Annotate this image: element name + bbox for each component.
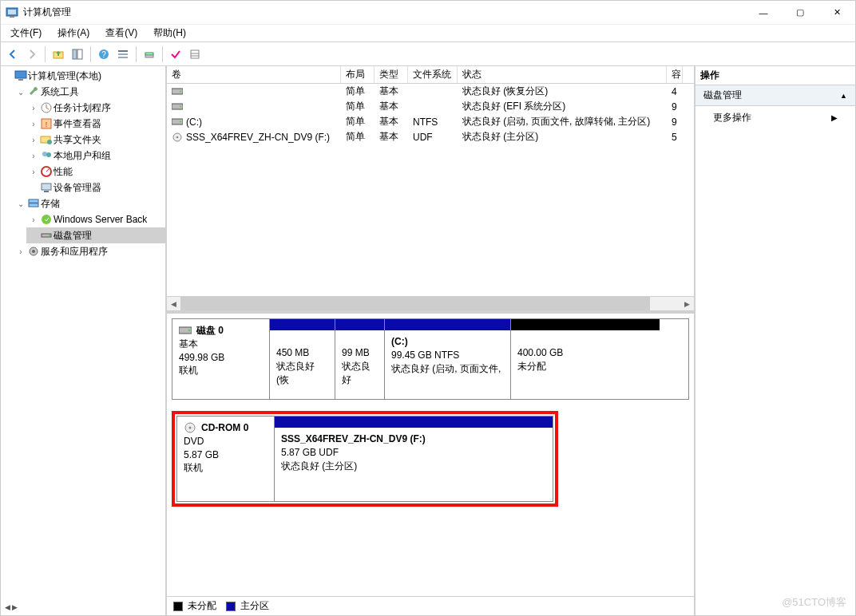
disk-0-state: 联机 <box>179 364 263 377</box>
horizontal-scrollbar[interactable]: ◀ ▶ <box>167 296 694 310</box>
list-settings-button[interactable] <box>186 45 204 63</box>
details-view-button[interactable] <box>114 45 132 63</box>
partition-stripe <box>511 319 660 330</box>
scroll-left-arrow[interactable]: ◀ <box>167 297 180 310</box>
actions-section-label: 磁盘管理 <box>703 89 742 102</box>
volume-row[interactable]: SSS_X64FREV_ZH-CN_DV9 (F:)简单基本UDF状态良好 (主… <box>167 129 694 144</box>
menu-view[interactable]: 查看(V) <box>99 25 144 41</box>
chevron-down-icon[interactable]: ⌄ <box>15 88 26 97</box>
maximize-button[interactable]: ▢ <box>782 1 818 24</box>
backup-icon <box>39 213 54 226</box>
tree-shared-folders[interactable]: ›共享文件夹 <box>26 132 165 148</box>
svg-point-36 <box>180 90 181 92</box>
svg-point-34 <box>32 250 35 253</box>
disk-partition[interactable]: (C:)99.45 GB NTFS状态良好 (启动, 页面文件, <box>385 319 511 399</box>
collapse-arrow-up-icon[interactable]: ▲ <box>840 92 847 100</box>
svg-point-42 <box>176 136 179 138</box>
scroll-right-arrow[interactable]: ▶ <box>680 297 694 310</box>
volume-row[interactable]: 简单基本状态良好 (EFI 系统分区)9 <box>167 99 694 114</box>
chevron-right-icon[interactable]: › <box>28 215 39 224</box>
tree-services-apps[interactable]: ›服务和应用程序 <box>14 243 165 259</box>
partition-stripe <box>275 417 553 428</box>
chevron-right-icon[interactable]: › <box>28 120 39 128</box>
menu-action[interactable]: 操作(A) <box>51 25 96 41</box>
navigation-tree[interactable]: 计算机管理(本地) ⌄ 系统工具 ›任务计划程序 ›!事件查看器 <box>1 66 167 615</box>
col-filesystem[interactable]: 文件系统 <box>408 66 458 83</box>
close-button[interactable]: ✕ <box>818 1 855 24</box>
svg-rect-29 <box>29 203 38 207</box>
minimize-button[interactable]: — <box>745 1 782 24</box>
tree-root[interactable]: 计算机管理(本地) <box>1 68 165 84</box>
disk-0-header[interactable]: 磁盘 0 基本 499.98 GB 联机 <box>172 319 270 399</box>
actions-more[interactable]: 更多操作 ▶ <box>696 106 855 129</box>
menu-help[interactable]: 帮助(H) <box>147 25 192 41</box>
disk-graphical-view[interactable]: 磁盘 0 基本 499.98 GB 联机 450 MB状态良好 (恢99 MB状… <box>167 314 694 596</box>
actions-panel: 操作 磁盘管理 ▲ 更多操作 ▶ <box>696 66 855 615</box>
properties-check-button[interactable] <box>167 45 184 63</box>
chevron-right-icon[interactable]: › <box>28 152 39 160</box>
disk-0-type: 基本 <box>179 338 263 351</box>
cdrom-0-partition[interactable]: SSS_X64FREV_ZH-CN_DV9 (F:) 5.87 GB UDF 状… <box>275 417 553 501</box>
tree-local-users[interactable]: ›本地用户和组 <box>26 148 165 164</box>
volume-list-header: 卷 布局 类型 文件系统 状态 容 <box>167 66 694 84</box>
chevron-right-icon[interactable]: › <box>28 104 39 113</box>
volume-row[interactable]: (C:)简单基本NTFS状态良好 (启动, 页面文件, 故障转储, 主分区)9 <box>167 114 694 129</box>
col-volume[interactable]: 卷 <box>167 66 341 83</box>
tree-performance[interactable]: ›性能 <box>26 164 165 180</box>
forward-button[interactable] <box>23 45 41 63</box>
actions-section-disk-mgmt[interactable]: 磁盘管理 ▲ <box>696 85 855 106</box>
cdrom-0-header[interactable]: CD-ROM 0 DVD 5.87 GB 联机 <box>177 417 275 501</box>
tree-disk-management[interactable]: 磁盘管理 <box>26 227 165 243</box>
tree-label: 共享文件夹 <box>54 133 101 147</box>
tree-system-tools[interactable]: ⌄ 系统工具 <box>14 84 165 100</box>
tree-task-scheduler[interactable]: ›任务计划程序 <box>26 100 165 116</box>
svg-rect-4 <box>73 49 77 59</box>
partition-stripe <box>335 319 384 330</box>
disk-partition[interactable]: 99 MB状态良好 <box>335 319 385 399</box>
disk-partition[interactable]: 450 MB状态良好 (恢 <box>270 319 335 399</box>
tree-windows-server-backup[interactable]: ›Windows Server Back <box>26 211 165 227</box>
scroll-thumb[interactable] <box>180 297 650 310</box>
tree-label: 磁盘管理 <box>54 229 92 243</box>
collapse-arrow-left-icon[interactable]: ◀ <box>5 603 10 611</box>
legend-primary: 主分区 <box>226 599 269 613</box>
volume-icon <box>172 88 183 96</box>
volume-list[interactable]: 卷 布局 类型 文件系统 状态 容 简单基本状态良好 (恢复分区)4简单基本状态… <box>167 66 694 314</box>
menu-file[interactable]: 文件(F) <box>4 25 48 41</box>
disk-partition[interactable]: 400.00 GB未分配 <box>511 319 660 399</box>
services-icon <box>26 245 41 258</box>
disk-0-block[interactable]: 磁盘 0 基本 499.98 GB 联机 450 MB状态良好 (恢99 MB状… <box>172 318 689 400</box>
volume-icon <box>172 118 183 126</box>
svg-point-44 <box>188 330 190 331</box>
tree-device-manager[interactable]: 设备管理器 <box>26 180 165 195</box>
tree-storage[interactable]: ⌄ 存储 <box>14 195 165 211</box>
show-hide-tree-button[interactable] <box>69 45 86 63</box>
chevron-right-icon[interactable]: › <box>28 136 39 144</box>
volume-capacity: 5 <box>667 132 683 143</box>
chevron-right-icon[interactable]: › <box>15 247 26 256</box>
disk-hdd-icon <box>179 326 192 335</box>
tree-label: Windows Server Back <box>54 214 147 225</box>
svg-rect-13 <box>191 50 199 58</box>
svg-rect-8 <box>118 50 128 52</box>
col-layout[interactable]: 布局 <box>341 66 374 83</box>
partition-size: 450 MB <box>276 346 328 360</box>
cdrom-0-title: CD-ROM 0 <box>201 421 248 435</box>
col-status[interactable]: 状态 <box>458 66 667 83</box>
collapse-arrow-right-icon[interactable]: ▶ <box>12 603 18 611</box>
partition-status: 状态良好 (主分区) <box>281 460 546 473</box>
col-type[interactable]: 类型 <box>374 66 408 83</box>
tree-event-viewer[interactable]: ›!事件查看器 <box>26 116 165 132</box>
volume-row[interactable]: 简单基本状态良好 (恢复分区)4 <box>167 84 694 99</box>
disk-0-title: 磁盘 0 <box>196 324 224 338</box>
svg-rect-16 <box>15 71 26 78</box>
up-folder-button[interactable] <box>50 45 67 63</box>
refresh-button[interactable] <box>141 45 158 63</box>
cdrom-0-block[interactable]: CD-ROM 0 DVD 5.87 GB 联机 SSS_X64FREV_ZH-C… <box>176 416 553 502</box>
chevron-down-icon[interactable]: ⌄ <box>15 199 26 208</box>
help-button[interactable]: ? <box>95 45 113 63</box>
back-button[interactable] <box>4 45 22 63</box>
scroll-track[interactable] <box>180 297 680 310</box>
col-capacity[interactable]: 容 <box>667 66 683 83</box>
chevron-right-icon[interactable]: › <box>28 168 39 176</box>
